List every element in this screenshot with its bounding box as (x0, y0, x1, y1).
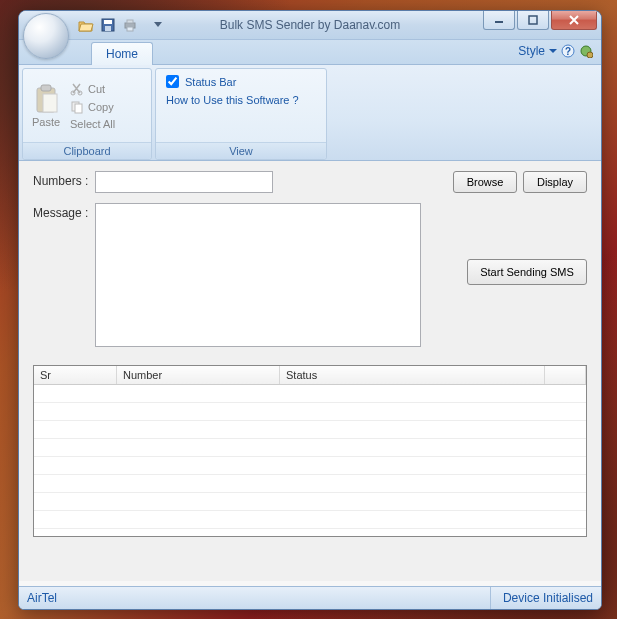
table-row[interactable] (34, 457, 586, 475)
svg-rect-2 (105, 26, 111, 31)
how-to-use-link[interactable]: How to Use this Software ? (166, 94, 299, 106)
copy-icon (70, 100, 84, 114)
svg-rect-1 (104, 20, 112, 24)
globe-icon[interactable] (579, 44, 593, 58)
numbers-label: Numbers : (33, 171, 89, 188)
help-icon[interactable]: ? (561, 44, 575, 58)
status-carrier: AirTel (27, 591, 57, 605)
qat-save-icon[interactable] (99, 16, 117, 34)
table-row[interactable] (34, 493, 586, 511)
ribbon-group-clipboard: Paste Cut Copy Select All Clipbo (22, 68, 152, 160)
paste-label: Paste (32, 116, 60, 128)
paste-button: Paste (26, 72, 66, 139)
app-window: Bulk SMS Sender by Daanav.com Home Style… (18, 10, 602, 610)
title-bar[interactable]: Bulk SMS Sender by Daanav.com (19, 11, 601, 40)
minimize-button[interactable] (483, 11, 515, 30)
status-bar-checkbox-input[interactable] (166, 75, 179, 88)
ribbon-tab-strip: Home Style ? (19, 40, 601, 65)
ribbon-group-label: View (156, 142, 326, 159)
qat-print-icon[interactable] (121, 16, 139, 34)
svg-point-11 (587, 52, 593, 58)
message-textarea[interactable] (95, 203, 421, 347)
status-device: Device Initialised (490, 587, 593, 609)
svg-rect-6 (495, 21, 503, 23)
start-sending-button[interactable]: Start Sending SMS (467, 259, 587, 285)
col-spacer (545, 366, 586, 385)
style-menu[interactable]: Style ? (518, 44, 593, 58)
col-status[interactable]: Status (280, 366, 545, 385)
style-label: Style (518, 44, 545, 58)
tab-home[interactable]: Home (91, 42, 153, 65)
table-row[interactable] (34, 475, 586, 493)
window-title: Bulk SMS Sender by Daanav.com (220, 18, 401, 32)
table-row[interactable] (34, 511, 586, 529)
table-row[interactable] (34, 385, 586, 403)
qat-open-icon[interactable] (77, 16, 95, 34)
ribbon: Paste Cut Copy Select All Clipbo (19, 65, 601, 161)
copy-button: Copy (70, 100, 115, 114)
table-row[interactable] (34, 421, 586, 439)
status-bar: AirTel Device Initialised (19, 586, 601, 609)
ribbon-group-label: Clipboard (23, 142, 151, 159)
cut-button: Cut (70, 82, 115, 96)
numbers-input[interactable] (95, 171, 273, 193)
window-controls (481, 11, 597, 30)
ribbon-group-view: Status Bar How to Use this Software ? Vi… (155, 68, 327, 160)
application-menu-orb[interactable] (23, 13, 69, 59)
col-sr[interactable]: Sr (34, 366, 117, 385)
svg-rect-7 (529, 16, 537, 24)
close-button[interactable] (551, 11, 597, 30)
quick-access-toolbar (77, 16, 167, 34)
results-table[interactable]: Sr Number Status (33, 365, 587, 537)
svg-rect-14 (43, 94, 57, 112)
table-row[interactable] (34, 439, 586, 457)
message-label: Message : (33, 203, 89, 220)
table-row[interactable] (34, 403, 586, 421)
svg-rect-18 (75, 104, 82, 113)
chevron-down-icon (549, 49, 557, 54)
svg-rect-5 (127, 27, 133, 31)
content-area: Numbers : Browse Display Message : Start… (19, 161, 601, 581)
svg-rect-13 (41, 85, 51, 91)
display-button[interactable]: Display (523, 171, 587, 193)
maximize-button[interactable] (517, 11, 549, 30)
browse-button[interactable]: Browse (453, 171, 517, 193)
qat-dropdown-icon[interactable] (149, 16, 167, 34)
paste-icon (33, 84, 59, 114)
scissors-icon (70, 82, 84, 96)
svg-text:?: ? (565, 46, 571, 57)
col-number[interactable]: Number (117, 366, 280, 385)
svg-rect-4 (127, 20, 133, 23)
status-bar-checkbox[interactable]: Status Bar (166, 75, 236, 88)
select-all-button: Select All (70, 118, 115, 130)
